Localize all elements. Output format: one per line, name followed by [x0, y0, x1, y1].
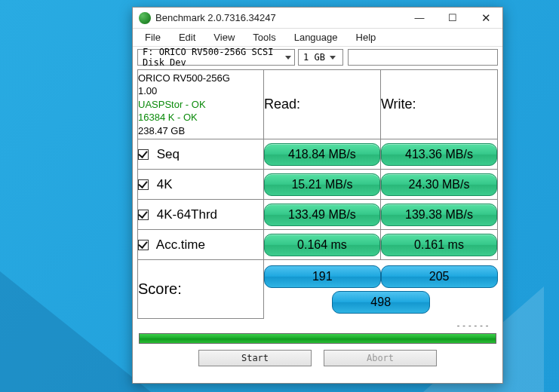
- row-4k: 4K 15.21 MB/s 24.30 MB/s: [138, 170, 498, 200]
- app-icon: [139, 12, 151, 24]
- drive-firmware: 1.00: [138, 84, 263, 98]
- 4k64thrd-read-value: 133.49 MB/s: [264, 204, 380, 226]
- progress-bar: [139, 333, 496, 344]
- checkbox-seq[interactable]: [138, 149, 149, 160]
- menu-file[interactable]: File: [136, 32, 170, 43]
- 4k64thrd-write-value: 139.38 MB/s: [381, 204, 497, 226]
- score-label: Score:: [138, 280, 182, 297]
- start-button[interactable]: Start: [198, 350, 312, 366]
- drive-select[interactable]: F: ORICO RV500-256G SCSI Disk Dev: [137, 49, 295, 66]
- results-table: ORICO RV500-256G 1.00 UASPStor - OK 1638…: [137, 69, 498, 319]
- size-select[interactable]: 1 GB: [298, 49, 343, 66]
- seq-read-value: 418.84 MB/s: [264, 143, 380, 166]
- maximize-button[interactable]: ☐: [436, 8, 469, 29]
- window-title: Benchmark 2.0.7316.34247: [155, 12, 403, 23]
- 4k-read-value: 15.21 MB/s: [264, 173, 380, 196]
- acctime-read-value: 0.164 ms: [264, 234, 380, 256]
- seq-write-value: 413.36 MB/s: [381, 143, 497, 166]
- row-seq-label: Seq: [157, 147, 180, 161]
- filter-input[interactable]: [348, 49, 498, 66]
- menu-tools[interactable]: Tools: [244, 32, 284, 43]
- drive-driver-status: UASPStor - OK: [138, 98, 263, 112]
- menu-language[interactable]: Language: [285, 32, 347, 43]
- write-header: Write:: [380, 70, 497, 139]
- window-controls: — ☐ ✕: [403, 8, 502, 29]
- row-4k64thrd: 4K-64Thrd 133.49 MB/s 139.38 MB/s: [138, 200, 498, 230]
- row-acctime: Acc.time 0.164 ms 0.161 ms: [138, 230, 498, 260]
- close-button[interactable]: ✕: [469, 8, 502, 29]
- 4k-write-value: 24.30 MB/s: [381, 173, 497, 196]
- minimize-button[interactable]: —: [403, 8, 436, 29]
- row-4k-label: 4K: [157, 177, 173, 191]
- bottom-button-row: Start Abort: [133, 350, 502, 366]
- row-score: Score: 191 205 498: [138, 260, 498, 319]
- drive-info-cell: ORICO RV500-256G 1.00 UASPStor - OK 1638…: [138, 70, 264, 139]
- drive-model: ORICO RV500-256G: [138, 72, 263, 85]
- row-4k64thrd-label: 4K-64Thrd: [157, 207, 217, 222]
- menu-edit[interactable]: Edit: [170, 32, 204, 43]
- read-header: Read:: [263, 70, 380, 139]
- checkbox-4k[interactable]: [138, 179, 149, 190]
- checkbox-acctime[interactable]: [138, 240, 149, 250]
- selector-row: F: ORICO RV500-256G SCSI Disk Dev 1 GB: [133, 47, 502, 68]
- drive-alignment-status: 16384 K - OK: [138, 111, 263, 124]
- abort-button: Abort: [324, 350, 437, 366]
- menu-help[interactable]: Help: [347, 32, 385, 43]
- drive-select-value: F: ORICO RV500-256G SCSI Disk Dev: [143, 47, 281, 68]
- acctime-write-value: 0.161 ms: [381, 234, 497, 256]
- chevron-down-icon: [285, 56, 291, 60]
- menu-view[interactable]: View: [204, 32, 244, 43]
- menubar: File Edit View Tools Language Help: [133, 29, 502, 47]
- score-write-value: 205: [381, 265, 498, 288]
- benchmark-window: Benchmark 2.0.7316.34247 — ☐ ✕ File Edit…: [132, 7, 503, 384]
- desktop-bg-shape: [0, 271, 151, 392]
- row-acctime-label: Acc.time: [156, 237, 205, 252]
- titlebar[interactable]: Benchmark 2.0.7316.34247 — ☐ ✕: [133, 8, 502, 29]
- size-select-value: 1 GB: [303, 52, 325, 63]
- checkbox-4k64thrd[interactable]: [138, 210, 149, 220]
- score-total-value: 498: [332, 291, 430, 314]
- row-seq: Seq 418.84 MB/s 413.36 MB/s: [138, 139, 498, 170]
- results-area: ORICO RV500-256G 1.00 UASPStor - OK 1638…: [133, 68, 502, 330]
- chevron-down-icon: [330, 56, 336, 60]
- link-placeholder[interactable]: ------: [137, 319, 498, 330]
- drive-capacity: 238.47 GB: [138, 124, 263, 138]
- score-read-value: 191: [264, 265, 381, 288]
